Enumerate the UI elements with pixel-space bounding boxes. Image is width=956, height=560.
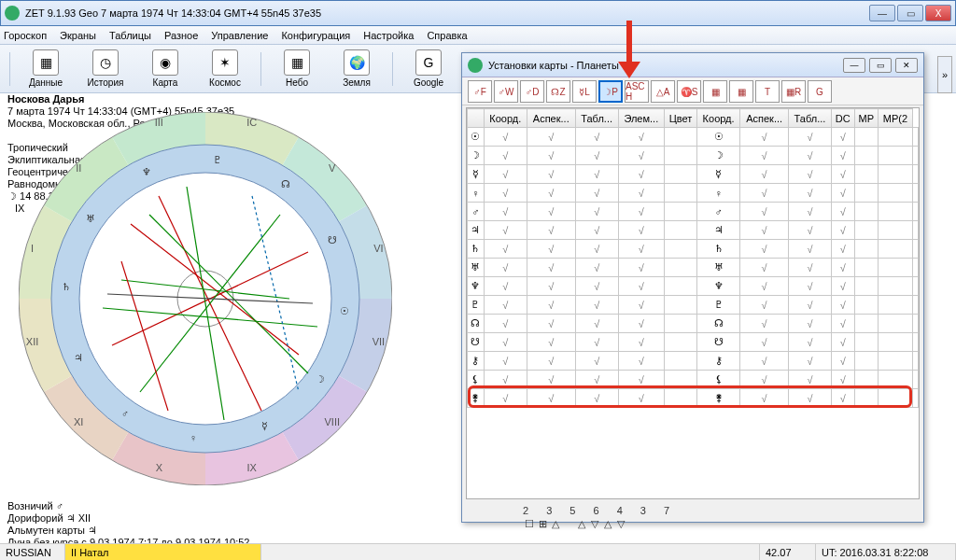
grid-cell[interactable]: √ <box>618 240 664 259</box>
grid-cell[interactable]: √ <box>527 165 575 184</box>
grid-cell[interactable]: √ <box>484 240 527 259</box>
grid-header[interactable]: Коорд. <box>697 109 740 128</box>
grid-cell[interactable]: √ <box>831 371 854 389</box>
grid-cell[interactable]: √ <box>740 315 789 333</box>
grid-cell[interactable]: √ <box>831 333 854 352</box>
grid-cell[interactable]: √ <box>618 315 664 333</box>
grid-cell[interactable]: √ <box>527 371 575 389</box>
grid-cell[interactable]: √ <box>789 259 832 277</box>
grid-cell[interactable]: √ <box>618 128 664 147</box>
grid-cell[interactable]: √ <box>575 333 618 352</box>
grid-cell[interactable]: √ <box>575 371 618 389</box>
grid-cell[interactable]: √ <box>484 389 527 408</box>
grid-cell[interactable]: √ <box>740 147 789 165</box>
toolbar-earth[interactable]: 🌍Земля <box>330 49 383 88</box>
natal-wheel[interactable]: IIIIIIICVVIVIIVIIIIXXXIXII ☉☽☿♀♂♃♄♅♆♇☊☋ <box>19 112 392 485</box>
grid-cell[interactable]: √ <box>789 333 832 352</box>
grid-cell[interactable]: √ <box>618 203 664 221</box>
grid-cell[interactable]: √ <box>789 128 832 147</box>
grid-cell[interactable]: √ <box>831 203 854 221</box>
grid-header[interactable]: Табл... <box>789 109 832 128</box>
grid-cell[interactable]: √ <box>831 147 854 165</box>
grid-header[interactable]: Аспек... <box>740 109 789 128</box>
grid-header[interactable] <box>468 109 485 128</box>
dialog-titlebar[interactable]: Установки карты - Планеты — ▭ ✕ <box>462 53 923 77</box>
grid-cell[interactable]: √ <box>789 240 832 259</box>
grid-header[interactable]: Коорд. <box>484 109 527 128</box>
grid-cell[interactable]: √ <box>740 296 789 315</box>
grid-cell[interactable]: √ <box>575 240 618 259</box>
grid-cell[interactable]: √ <box>527 352 575 371</box>
grid-cell[interactable]: √ <box>789 147 832 165</box>
dialog-minimize-button[interactable]: — <box>843 58 865 73</box>
grid-cell[interactable]: √ <box>831 128 854 147</box>
grid-cell[interactable]: √ <box>527 203 575 221</box>
toolbar-history[interactable]: ◷История <box>79 49 132 88</box>
grid-cell[interactable]: √ <box>618 259 664 277</box>
grid-cell[interactable]: √ <box>575 147 618 165</box>
grid-cell[interactable]: √ <box>484 371 527 389</box>
grid-cell[interactable]: √ <box>618 277 664 296</box>
grid-header[interactable]: DC <box>831 109 854 128</box>
grid-row[interactable]: ☋√√√√☋√√√ <box>468 333 919 352</box>
menu-settings[interactable]: Настройка <box>363 30 414 41</box>
grid-cell[interactable]: √ <box>831 184 854 203</box>
dialog-tool-2[interactable]: ♂D <box>520 80 544 103</box>
close-button[interactable]: X <box>925 5 951 21</box>
grid-cell[interactable] <box>665 203 697 221</box>
grid-cell[interactable]: √ <box>618 296 664 315</box>
grid-cell[interactable]: √ <box>740 165 789 184</box>
grid-cell[interactable]: √ <box>484 128 527 147</box>
grid-cell[interactable]: √ <box>618 352 664 371</box>
grid-cell[interactable]: √ <box>831 352 854 371</box>
dialog-tool-7[interactable]: △A <box>651 80 675 103</box>
grid-row[interactable]: ♂√√√√♂√√√ <box>468 203 919 221</box>
grid-cell[interactable]: √ <box>831 165 854 184</box>
grid-cell[interactable] <box>665 184 697 203</box>
grid-cell[interactable]: √ <box>789 277 832 296</box>
grid-row[interactable]: ♇√√√√♇√√√ <box>468 296 919 315</box>
grid-cell[interactable]: √ <box>740 259 789 277</box>
grid-cell[interactable]: √ <box>831 389 854 408</box>
grid-cell[interactable]: √ <box>484 147 527 165</box>
dialog-tool-6[interactable]: ASC H <box>625 80 649 103</box>
grid-cell[interactable]: √ <box>831 315 854 333</box>
grid-cell[interactable]: √ <box>789 184 832 203</box>
toolbar-chart[interactable]: ◉Карта <box>139 49 191 88</box>
planets-grid[interactable]: Коорд.Аспек...Табл...Элем...ЦветКоорд.Ас… <box>466 107 920 499</box>
dialog-tool-10[interactable]: ▦ <box>729 80 753 103</box>
menu-screens[interactable]: Экраны <box>60 30 96 41</box>
grid-cell[interactable]: √ <box>527 296 575 315</box>
grid-row[interactable]: ☊√√√√☊√√√ <box>468 315 919 333</box>
grid-row[interactable]: ☉√√√√☉√√√ <box>468 128 919 147</box>
grid-header[interactable]: MP(2 <box>879 109 913 128</box>
grid-cell[interactable]: √ <box>831 296 854 315</box>
menu-horoscope[interactable]: Гороскоп <box>4 30 47 41</box>
grid-cell[interactable]: √ <box>740 203 789 221</box>
grid-cell[interactable] <box>665 352 697 371</box>
grid-cell[interactable]: √ <box>575 315 618 333</box>
dialog-tool-9[interactable]: ▦ <box>703 80 727 103</box>
dialog-tool-8[interactable]: ♈S <box>677 80 701 103</box>
grid-row[interactable]: ♄√√√√♄√√√ <box>468 240 919 259</box>
grid-cell[interactable]: √ <box>527 259 575 277</box>
grid-cell[interactable]: √ <box>740 277 789 296</box>
grid-cell[interactable]: √ <box>831 277 854 296</box>
toolbar-expand-button[interactable]: » <box>937 56 952 93</box>
grid-cell[interactable]: √ <box>484 221 527 240</box>
grid-cell[interactable]: √ <box>484 165 527 184</box>
grid-cell[interactable]: √ <box>740 184 789 203</box>
grid-cell[interactable] <box>665 240 697 259</box>
grid-cell[interactable]: √ <box>740 333 789 352</box>
menu-config[interactable]: Конфигурация <box>281 30 350 41</box>
status-mode[interactable]: II Натал <box>65 544 261 560</box>
grid-cell[interactable]: √ <box>831 240 854 259</box>
grid-cell[interactable]: √ <box>484 296 527 315</box>
grid-cell[interactable] <box>665 277 697 296</box>
grid-cell[interactable]: √ <box>527 333 575 352</box>
grid-row[interactable]: ⚵√√√√⚵√√√ <box>468 389 919 408</box>
grid-row[interactable]: ♆√√√√♆√√√ <box>468 277 919 296</box>
minimize-button[interactable]: — <box>869 5 895 21</box>
grid-row[interactable]: ☿√√√√☿√√√ <box>468 165 919 184</box>
grid-cell[interactable]: √ <box>575 277 618 296</box>
